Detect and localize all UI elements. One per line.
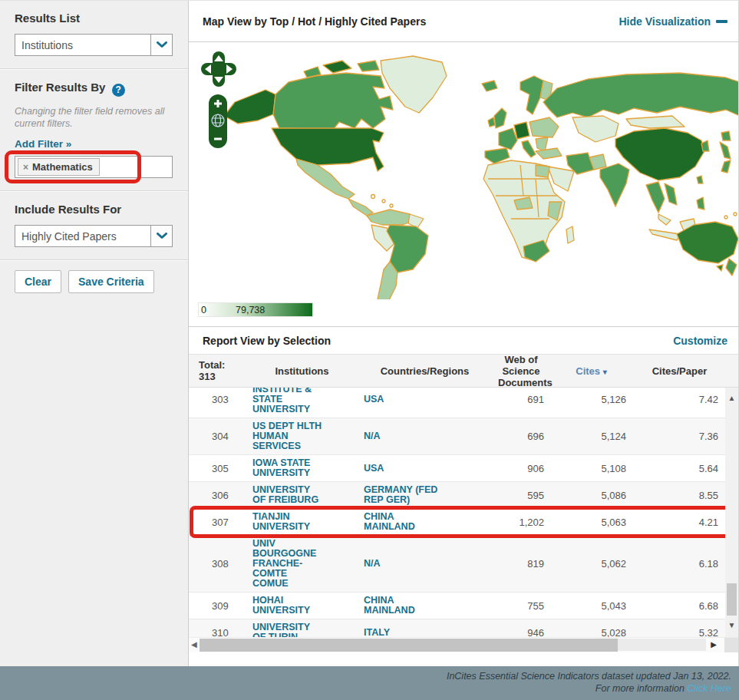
- column-header-documents[interactable]: Web of Science Documents: [492, 355, 550, 389]
- horizontal-scroll-thumb[interactable]: [200, 639, 618, 652]
- include-results-select[interactable]: Highly Cited Papers: [15, 225, 173, 247]
- table-row: 305 IOWA STATE UNIVERSITY USA 906 5,108 …: [189, 455, 727, 482]
- table-header-row: Total: 313 Institutions Countries/Region…: [189, 355, 738, 388]
- save-criteria-button[interactable]: Save Criteria: [68, 270, 154, 293]
- column-header-institutions[interactable]: Institutions: [246, 366, 358, 378]
- country-cell: USA: [358, 461, 492, 477]
- institution-link[interactable]: UNIVERSITY OF FREIBURG: [246, 482, 358, 508]
- institution-link[interactable]: INSTITUTE & STATE UNIVERSITY: [246, 388, 358, 418]
- vertical-scrollbar[interactable]: ▲ ▼: [725, 388, 738, 637]
- world-map-choropleth[interactable]: [189, 42, 738, 299]
- documents-cell: 696: [492, 428, 550, 444]
- filter-tag-mathematics[interactable]: × Mathematics: [18, 158, 100, 176]
- cites-per-paper-cell: 7.42: [632, 391, 727, 408]
- cites-cell: 5,028: [550, 625, 632, 638]
- hide-visualization-link[interactable]: Hide Visualization: [619, 15, 727, 28]
- cites-cell: 5,108: [550, 461, 632, 477]
- results-list-heading: Results List: [15, 12, 173, 25]
- rank-cell: 303: [189, 391, 246, 408]
- cites-per-paper-cell: 7.36: [632, 428, 727, 444]
- documents-cell: 1,202: [492, 514, 550, 530]
- scrollbar-corner: [724, 638, 738, 652]
- map-view-title: Map View by Top / Hot / Highly Cited Pap…: [203, 15, 426, 28]
- documents-cell: 691: [492, 391, 550, 408]
- institution-link[interactable]: TIANJIN UNIVERSITY: [246, 509, 358, 535]
- filter-input-wrap: × Mathematics: [15, 156, 173, 178]
- cites-per-paper-cell: 6.18: [632, 556, 727, 572]
- institution-link[interactable]: US DEPT HLTH HUMAN SERVICES: [246, 418, 358, 454]
- rank-cell: 307: [189, 514, 246, 530]
- institution-link[interactable]: UNIV BOURGOGNE FRANCHE-COMTE COMUE: [246, 536, 358, 592]
- rank-cell: 310: [189, 625, 246, 638]
- filter-tag-label: Mathematics: [32, 161, 93, 173]
- map-south-america: [367, 210, 428, 299]
- cites-cell: 5,124: [550, 428, 632, 444]
- column-header-countries[interactable]: Countries/Regions: [358, 366, 492, 378]
- customize-link[interactable]: Customize: [673, 335, 727, 347]
- results-list-select[interactable]: Institutions: [15, 34, 173, 56]
- filter-section: Filter Results By ? Changing the filter …: [0, 70, 188, 190]
- table-row: 308 UNIV BOURGOGNE FRANCHE-COMTE COMUE N…: [189, 536, 727, 593]
- map-north-america: [224, 56, 447, 216]
- documents-cell: 946: [492, 625, 550, 638]
- cites-cell: 5,086: [550, 487, 632, 504]
- documents-cell: 819: [492, 556, 550, 572]
- report-view-title: Report View by Selection: [203, 335, 331, 347]
- documents-cell: 906: [492, 461, 550, 477]
- filter-input[interactable]: × Mathematics: [15, 156, 173, 178]
- chevron-down-icon[interactable]: [150, 35, 172, 55]
- results-list-selected-value: Institutions: [15, 39, 150, 51]
- filter-note: Changing the filter field removes all cu…: [15, 106, 173, 130]
- remove-filter-icon[interactable]: ×: [23, 162, 28, 173]
- country-cell: N/A: [358, 428, 492, 444]
- table-viewport: 303 INSTITUTE & STATE UNIVERSITY USA 691…: [189, 388, 738, 637]
- country-cell: CHINA MAINLAND: [358, 593, 492, 619]
- chevron-down-icon[interactable]: [150, 226, 172, 246]
- rank-cell: 309: [189, 598, 246, 614]
- footer-dataset-line: InCites Essential Science Indicators dat…: [0, 670, 731, 682]
- map-controls: [201, 51, 238, 151]
- horizontal-scrollbar[interactable]: ◀ ▶: [189, 637, 738, 652]
- total-count-header: Total: 313: [189, 360, 246, 383]
- add-filter-link[interactable]: Add Filter »: [15, 138, 71, 150]
- include-results-heading: Include Results For: [15, 203, 173, 216]
- help-icon[interactable]: ?: [112, 84, 125, 97]
- cites-per-paper-cell: 6.68: [632, 598, 727, 614]
- documents-cell: 755: [492, 598, 550, 614]
- cites-per-paper-cell: 8.55: [632, 487, 727, 504]
- rank-cell: 304: [189, 428, 246, 444]
- country-cell: ITALY: [358, 625, 492, 638]
- table-row: 310 UNIVERSITY OF TURIN ITALY 946 5,028 …: [189, 619, 727, 637]
- scroll-down-icon[interactable]: ▼: [725, 621, 738, 629]
- include-results-selected-value: Highly Cited Papers: [15, 230, 150, 243]
- cites-per-paper-cell: 5.32: [632, 625, 727, 638]
- rank-cell: 306: [189, 487, 246, 504]
- sort-descending-icon: ▾: [603, 368, 607, 376]
- pan-control[interactable]: [201, 51, 236, 87]
- map-view-header: Map View by Top / Hot / Highly Cited Pap…: [189, 1, 738, 42]
- column-header-cites-paper[interactable]: Cites/Paper: [632, 366, 727, 378]
- cites-per-paper-cell: 5.64: [632, 461, 727, 477]
- map-legend: 0 79,738: [198, 302, 313, 317]
- rank-cell: 305: [189, 461, 246, 477]
- table-row: 307 TIANJIN UNIVERSITY CHINA MAINLAND 1,…: [189, 509, 727, 536]
- cites-cell: 5,063: [550, 514, 632, 530]
- institution-link[interactable]: HOHAI UNIVERSITY: [246, 593, 358, 619]
- scroll-up-icon[interactable]: ▲: [725, 394, 738, 402]
- clear-button[interactable]: Clear: [15, 270, 61, 293]
- institution-link[interactable]: UNIVERSITY OF TURIN: [246, 619, 358, 637]
- include-results-section: Include Results For Highly Cited Papers: [0, 192, 188, 259]
- scroll-left-icon[interactable]: ◀: [191, 640, 197, 649]
- zoom-control[interactable]: [209, 94, 228, 148]
- vertical-scroll-thumb[interactable]: [727, 583, 737, 616]
- footer-info-line: For more information Click Here: [0, 682, 731, 695]
- map-asia: [536, 73, 738, 242]
- rank-cell: 308: [189, 556, 246, 572]
- sidebar: Results List Institutions Filter Results…: [0, 1, 188, 667]
- institution-link[interactable]: IOWA STATE UNIVERSITY: [246, 455, 358, 481]
- scroll-right-icon[interactable]: ▶: [711, 640, 717, 649]
- country-cell: N/A: [358, 556, 492, 572]
- column-header-cites[interactable]: Cites ▾: [550, 366, 632, 378]
- click-here-link[interactable]: Click Here: [687, 683, 731, 694]
- table-row: 304 US DEPT HLTH HUMAN SERVICES N/A 696 …: [189, 418, 727, 455]
